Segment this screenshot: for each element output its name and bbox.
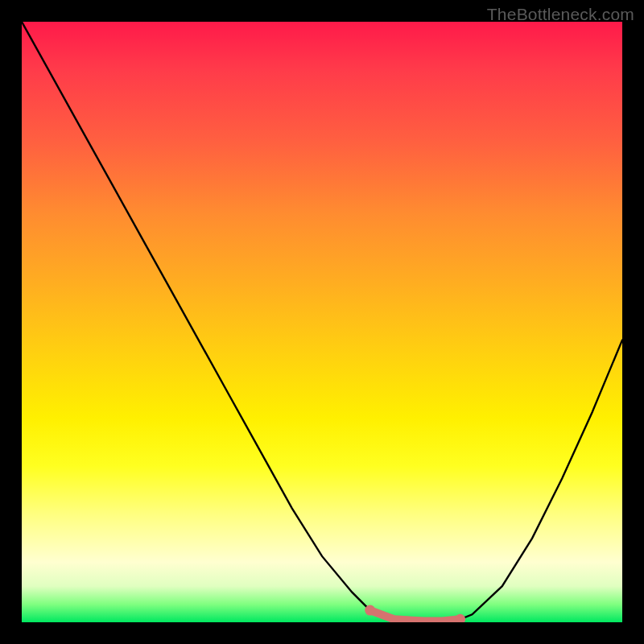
watermark-text: TheBottleneck.com	[487, 5, 634, 24]
chart-container: { "watermark": "TheBottleneck.com", "cha…	[0, 0, 644, 644]
plot-area	[22, 22, 622, 622]
